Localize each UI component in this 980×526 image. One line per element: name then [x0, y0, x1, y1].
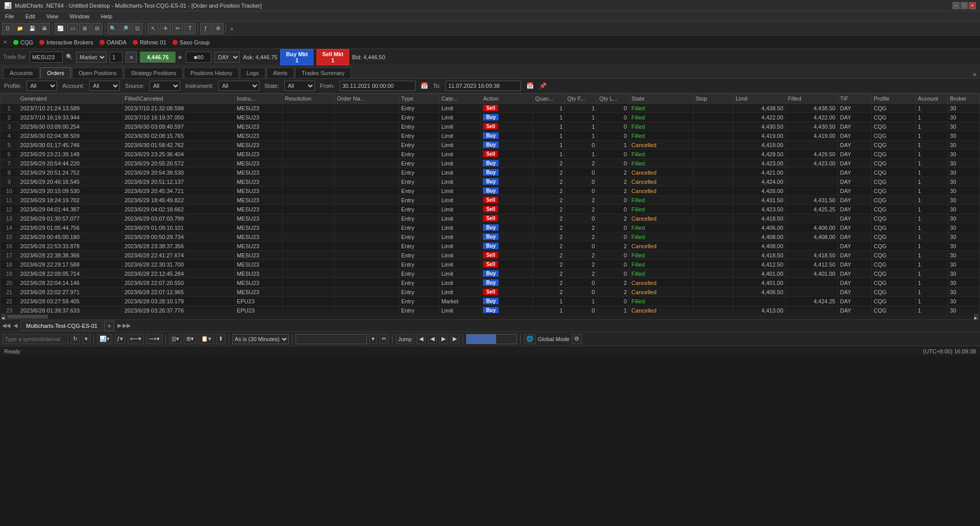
buy-mkt-button[interactable]: Buy Mkt 1	[280, 49, 313, 65]
menu-view[interactable]: View	[43, 12, 62, 20]
orders-table-container[interactable]: Generated Filled\Canceled Instru... Reso…	[0, 93, 980, 313]
add-tab-button[interactable]: +	[104, 321, 114, 331]
col-instrument[interactable]: Instru...	[234, 94, 282, 104]
table-row[interactable]: 12023/7/10 21:24:13.5892023/7/10 21:32:0…	[1, 104, 980, 113]
tradebar-close[interactable]: Trade Bar	[3, 54, 26, 60]
to-input[interactable]	[446, 81, 521, 91]
price-input[interactable]	[296, 334, 367, 344]
state-select[interactable]: All	[284, 81, 315, 91]
account-select[interactable]: All	[89, 81, 120, 91]
table-row[interactable]: 132023/6/29 01:30:57.0772023/6/29 03:07:…	[1, 214, 980, 223]
tab-orders[interactable]: Orders	[40, 67, 71, 78]
symbol-input[interactable]	[30, 52, 63, 63]
conn-saxo[interactable]: Saxo Group	[173, 39, 210, 45]
toolbar-bar[interactable]: ▭	[67, 23, 78, 34]
table-row[interactable]: 192023/6/28 22:09:05.7142023/6/28 22:12:…	[1, 269, 980, 278]
nav-last[interactable]: ▶▶	[122, 322, 131, 329]
table-row[interactable]: 42023/6/30 02:04:38.5092023/6/30 02:08:1…	[1, 131, 980, 140]
toolbar-fit[interactable]: ⊡	[132, 23, 143, 34]
table-row[interactable]: 112023/6/29 18:24:19.7022023/6/29 18:45:…	[1, 196, 980, 205]
forward-btn[interactable]: ⟶▾	[146, 334, 162, 344]
nav-next2-btn[interactable]: ▶	[439, 334, 448, 344]
color-box[interactable]: ■80	[186, 52, 211, 63]
menu-window[interactable]: Window	[66, 12, 92, 20]
nav-first[interactable]: ◀◀	[2, 322, 10, 329]
source-select[interactable]: All	[150, 81, 180, 91]
col-stop[interactable]: Stop	[693, 94, 733, 104]
bars-btn[interactable]: |||▾	[169, 334, 182, 344]
toolbar-open[interactable]: 📁	[14, 23, 26, 34]
filter-pin-icon[interactable]: 📌	[539, 82, 547, 89]
from-calendar-icon[interactable]: 📅	[421, 82, 428, 89]
tab-alerts[interactable]: Alerts	[266, 67, 294, 78]
toolbar-table[interactable]: ⊟	[91, 23, 103, 34]
conn-cqg[interactable]: CQG	[13, 39, 33, 45]
table-row[interactable]: 222023/6/28 03:27:59.4052023/6/28 03:28:…	[1, 297, 980, 306]
tab-accounts[interactable]: Accounts	[3, 67, 39, 78]
nav-prev2-btn[interactable]: ◀	[428, 334, 437, 344]
chart-type-btn[interactable]: 📊▾	[97, 334, 112, 344]
table-row[interactable]: 212023/6/28 22:02:27.9712023/6/28 22:07:…	[1, 288, 980, 297]
horizontal-scroll-bar[interactable]: ◂ ▸	[0, 313, 980, 319]
table-row[interactable]: 172023/6/28 22:38:38.3662023/6/28 22:41:…	[1, 251, 980, 260]
to-calendar-icon[interactable]: 📅	[526, 82, 534, 89]
table-row[interactable]: 152023/6/29 00:45:00.1802023/6/29 00:50:…	[1, 232, 980, 242]
tab-close-icon[interactable]: ✕	[972, 71, 977, 78]
tab-strategy-positions[interactable]: Strategy Positions	[124, 67, 183, 78]
connbar-close[interactable]: ✕	[3, 39, 7, 45]
col-profile[interactable]: Profile	[871, 94, 915, 104]
symbol-search-icon[interactable]: 🔍	[66, 54, 73, 60]
col-category[interactable]: Cate...	[439, 94, 481, 104]
instrument-select[interactable]: All	[218, 81, 259, 91]
col-state[interactable]: State	[629, 94, 694, 104]
draw-mode-btn[interactable]: ✏	[379, 334, 389, 344]
col-action[interactable]: Action	[481, 94, 533, 104]
tab-trades-summary[interactable]: Trades Summary	[295, 67, 351, 78]
timeframe-select[interactable]: As is (30 Minutes)	[232, 334, 289, 344]
table-row[interactable]: 22023/7/10 16:19:33.9442023/7/10 16:19:3…	[1, 113, 980, 122]
profile-select[interactable]: All	[27, 81, 57, 91]
order-type-select[interactable]: Market Limit Stop	[76, 52, 107, 63]
col-type[interactable]: Type	[399, 94, 439, 104]
close-button[interactable]: ✕	[969, 2, 976, 9]
back-btn[interactable]: ⟵▾	[128, 334, 144, 344]
maximize-button[interactable]: □	[961, 2, 968, 9]
col-tif[interactable]: TIF	[838, 94, 871, 104]
col-quantity[interactable]: Quan...	[533, 94, 565, 104]
scroll-thumb[interactable]	[7, 315, 48, 319]
conn-rithmic[interactable]: Rithmic 01	[133, 39, 166, 45]
jump-btn[interactable]: Jump	[396, 334, 414, 344]
conn-ib[interactable]: Interactive Brokers	[39, 39, 93, 45]
toolbar-new[interactable]: 🗋	[2, 23, 13, 34]
settings-btn[interactable]: ⚙	[572, 334, 582, 344]
menu-edit[interactable]: Edit	[22, 12, 38, 20]
toolbar-zoom-in[interactable]: 🔍	[107, 23, 118, 34]
table-row[interactable]: 62023/6/29 23:21:39.1482023/6/29 23:25:3…	[1, 150, 980, 159]
scroll-right-btn[interactable]: ▸	[974, 314, 979, 319]
tab-positions-history[interactable]: Positions History	[184, 67, 239, 78]
nav-prev[interactable]: ◀	[13, 322, 17, 329]
conn-oanda[interactable]: OANDA	[100, 39, 127, 45]
toolbar-cursor[interactable]: ↖	[148, 23, 159, 34]
toolbar-chart[interactable]: 📈	[55, 23, 66, 34]
col-rownum[interactable]	[1, 94, 18, 104]
refresh-dropdown[interactable]: ▾	[82, 334, 90, 344]
table-row[interactable]: 52023/6/30 01:17:45.7462023/6/30 01:58:4…	[1, 140, 980, 150]
col-account[interactable]: Account	[916, 94, 948, 104]
toolbar-text[interactable]: T	[184, 23, 195, 34]
col-order-name[interactable]: Order Na...	[335, 94, 399, 104]
toolbar-zoom-out[interactable]: 🔎	[119, 23, 131, 34]
toolbar-draw[interactable]: ✏	[172, 23, 183, 34]
price-dropdown[interactable]: ▾	[369, 334, 377, 344]
menu-file[interactable]: File	[2, 12, 17, 20]
table-row[interactable]: 122023/6/29 04:01:44.3872023/6/29 04:02:…	[1, 205, 980, 214]
period-select[interactable]: DAY GTC GTD	[214, 52, 240, 63]
table-row[interactable]: 92023/6/29 20:46:16.5452023/6/29 20:51:1…	[1, 177, 980, 186]
grid-btn[interactable]: ⊞▾	[184, 334, 197, 344]
col-filled-canceled[interactable]: Filled\Canceled	[122, 94, 234, 104]
table-row[interactable]: 162023/6/28 22:53:33.8782023/6/28 23:38:…	[1, 242, 980, 251]
nav-next[interactable]: ▶	[117, 322, 121, 329]
table-row[interactable]: 72023/6/29 20:54:44.2202023/6/29 20:55:2…	[1, 159, 980, 168]
tab-logs[interactable]: Logs	[240, 67, 265, 78]
col-filled-price[interactable]: Filled	[786, 94, 838, 104]
